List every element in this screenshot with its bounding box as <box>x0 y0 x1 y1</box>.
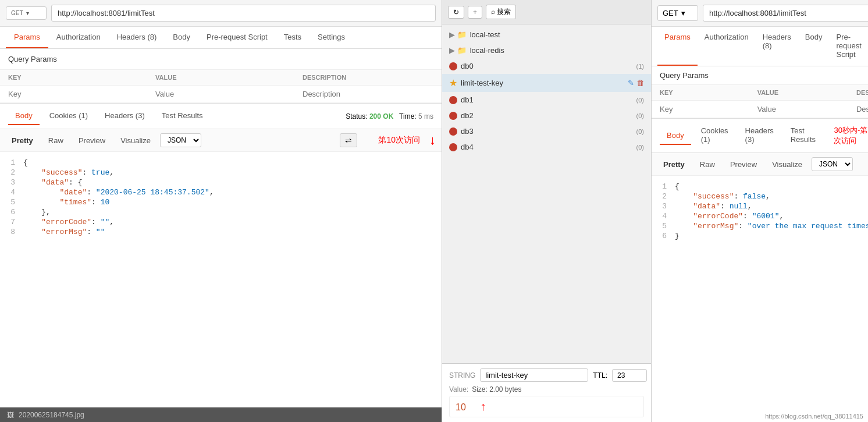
left-method-arrow: ▾ <box>26 10 29 16</box>
db-icon <box>449 112 457 120</box>
resp-tab-headers[interactable]: Headers (3) <box>98 107 152 125</box>
rp-format-select[interactable]: JSON <box>812 157 853 171</box>
wrap-btn[interactable]: ⇌ <box>340 133 357 147</box>
code-line: 3 "data": { <box>0 178 442 187</box>
value-size: Size: 2.00 bytes <box>472 385 521 393</box>
rp-url-bar: GET ▾ <box>652 0 868 27</box>
key-ttl-input[interactable] <box>612 369 647 382</box>
rp-key-input[interactable] <box>660 105 741 114</box>
left-time: 5 ms <box>418 112 433 120</box>
redis-list-item[interactable]: db4(0) <box>442 139 651 155</box>
rp-tab-headers[interactable]: Headers (8) <box>756 27 798 66</box>
key-input[interactable] <box>8 90 139 98</box>
rp-resp-tab-cookies[interactable]: Cookies (1) <box>694 122 735 149</box>
left-method-select[interactable]: GET ▾ <box>6 6 47 20</box>
left-params-table: KEY VALUE DESCRIPTION <box>0 70 442 103</box>
line-number: 7 <box>0 218 23 226</box>
redis-list-item[interactable]: db0(1) <box>442 58 651 74</box>
btn-preview[interactable]: Preview <box>73 134 111 147</box>
rp-tab-body[interactable]: Body <box>798 27 830 66</box>
redis-refresh-btn[interactable]: ↻ <box>448 6 464 19</box>
redis-item-name: limit-test-key <box>461 79 503 87</box>
resp-tab-cookies[interactable]: Cookies (1) <box>42 107 95 125</box>
tab-tests[interactable]: Tests <box>276 27 310 48</box>
rp-btn-raw[interactable]: Raw <box>694 158 721 171</box>
delete-icon[interactable]: 🗑 <box>636 79 644 87</box>
redis-list-item[interactable]: ▶ 📁 local-redis <box>442 42 651 58</box>
rp-url-input[interactable] <box>703 5 868 22</box>
tab-body[interactable]: Body <box>165 27 198 48</box>
resp-tab-body[interactable]: Body <box>8 107 40 125</box>
db-icon <box>449 62 457 70</box>
line-number: 4 <box>652 212 675 221</box>
code-line: 6 }, <box>0 207 442 217</box>
rp-value-input[interactable] <box>757 105 840 114</box>
rp-method-select[interactable]: GET ▾ <box>657 5 698 21</box>
line-number: 6 <box>0 208 23 217</box>
rp-tab-prerequest[interactable]: Pre-request Script <box>829 27 868 66</box>
line-number: 8 <box>0 228 23 236</box>
value-input[interactable] <box>155 90 286 98</box>
redis-badge: (0) <box>636 128 644 135</box>
redis-item-name: db0 <box>461 62 474 70</box>
redis-list-item[interactable]: db2(0) <box>442 108 651 123</box>
left-code-block: 1{2 "success": true,3 "data": {4 "date":… <box>0 152 442 407</box>
rp-btn-pretty[interactable]: Pretty <box>657 158 691 171</box>
rp-desc-input[interactable] <box>856 105 868 114</box>
rp-btn-preview[interactable]: Preview <box>724 158 763 171</box>
redis-list-item[interactable]: db1(0) <box>442 92 651 108</box>
value-label: Value: <box>449 385 468 393</box>
rp-btn-visualize[interactable]: Visualize <box>766 158 808 171</box>
key-type-label: STRING <box>449 371 475 380</box>
code-line: 8 "errorMsg": "" <box>0 227 442 237</box>
tab-authorization[interactable]: Authorization <box>48 27 109 48</box>
rp-tab-authorization[interactable]: Authorization <box>698 27 756 66</box>
line-content: } <box>675 232 868 240</box>
db-icon <box>449 143 457 151</box>
line-content: "errorCode": "6001", <box>675 212 868 221</box>
tab-settings[interactable]: Settings <box>310 27 353 48</box>
line-number: 1 <box>0 158 23 167</box>
code-line: 7 "errorCode": "", <box>0 217 442 227</box>
tab-params[interactable]: Params <box>6 27 48 48</box>
redis-item-name: db2 <box>461 111 474 120</box>
edit-icon[interactable]: ✎ <box>628 79 634 87</box>
line-content: "times": 10 <box>23 198 442 207</box>
redis-item-name: db3 <box>461 127 474 136</box>
code-line: 5 "errorMsg": "over the max request time… <box>652 221 868 231</box>
redis-item-name: db4 <box>461 143 474 151</box>
line-number: 6 <box>652 232 675 240</box>
line-number: 5 <box>652 222 675 230</box>
redis-search-btn[interactable]: ⌕ 搜索 <box>486 5 516 19</box>
rp-resp-tab-body[interactable]: Body <box>660 127 691 145</box>
rp-resp-tab-testresults[interactable]: Test Results <box>784 122 826 149</box>
rp-query-params-title: Query Params <box>652 66 868 85</box>
key-name-input[interactable] <box>480 368 588 382</box>
redis-list-item[interactable]: ★ limit-test-key ✎ 🗑 <box>442 74 651 92</box>
tab-headers[interactable]: Headers (8) <box>109 27 165 48</box>
rp-params-row-empty <box>652 101 868 118</box>
rp-resp-tab-headers[interactable]: Headers (3) <box>738 122 781 149</box>
btn-visualize[interactable]: Visualize <box>115 134 156 147</box>
code-line: 5 "times": 10 <box>0 197 442 207</box>
left-url-bar: GET ▾ <box>0 0 442 27</box>
redis-toolbar: ↻ + ⌕ 搜索 <box>442 0 651 24</box>
line-number: 1 <box>652 182 675 191</box>
left-method-label: GET <box>11 10 23 16</box>
left-url-input[interactable] <box>51 5 436 22</box>
rp-tab-params[interactable]: Params <box>657 27 698 66</box>
rp-col-key: KEY <box>652 85 749 101</box>
resp-tab-testresults[interactable]: Test Results <box>155 107 210 125</box>
redis-list-item[interactable]: db3(0) <box>442 123 651 139</box>
left-query-params-title: Query Params <box>0 49 442 70</box>
btn-raw[interactable]: Raw <box>42 134 69 147</box>
desc-input[interactable] <box>303 90 433 98</box>
format-select[interactable]: JSON <box>160 133 201 147</box>
redis-list-item[interactable]: ▶ 📁 local-test <box>442 27 651 42</box>
image-icon: 🖼 <box>7 411 14 419</box>
line-number: 4 <box>0 188 23 197</box>
line-number: 5 <box>0 198 23 207</box>
tab-prerequest[interactable]: Pre-request Script <box>198 27 276 48</box>
redis-add-btn[interactable]: + <box>468 6 482 19</box>
btn-pretty[interactable]: Pretty <box>6 134 39 147</box>
